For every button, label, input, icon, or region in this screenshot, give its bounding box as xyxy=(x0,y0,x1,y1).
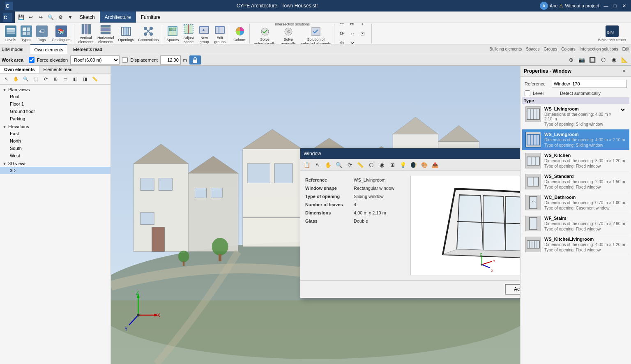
dialog-tool-zoom[interactable]: 🔍 xyxy=(334,160,344,170)
views-3d-header[interactable]: ▼ 3D views xyxy=(0,160,111,167)
type-item-5[interactable]: WF_Stairs Dimensions of the opening: 0.7… xyxy=(522,213,629,234)
dialog-tool-view2[interactable]: ◉ xyxy=(377,160,387,170)
dialog-tool-select[interactable]: ↖ xyxy=(313,160,322,170)
elevations-header[interactable]: ▼ Elevations xyxy=(0,123,111,130)
minimize-button[interactable]: — xyxy=(602,2,610,9)
new-group-button[interactable]: + Newgroup xyxy=(197,25,212,43)
force-elevation-checkbox[interactable] xyxy=(29,57,35,63)
zoom-in-button[interactable]: 🔍 xyxy=(46,13,55,22)
tree-item-east[interactable]: East xyxy=(0,130,111,137)
more-button[interactable]: ▼ xyxy=(66,13,75,22)
type-item-0[interactable]: WS_Livingroom Dimensions of the opening:… xyxy=(522,104,629,129)
window-controls[interactable]: — □ ✕ xyxy=(602,2,628,9)
vertical-elements-button[interactable]: Verticalelements xyxy=(77,25,95,43)
levels-button[interactable]: Levels xyxy=(3,25,18,43)
dialog-tool-edit[interactable]: 📋 xyxy=(302,160,312,170)
quick-actions[interactable]: 💾 ↩ ↪ 🔍 ⚙ ▼ xyxy=(16,13,75,22)
sidebar-tool-ortho[interactable]: ◨ xyxy=(81,74,90,83)
edit-tool-4[interactable]: ⟳ xyxy=(337,29,347,39)
edit-tool-7[interactable]: 🗑 xyxy=(337,39,347,45)
solve-manually-button[interactable]: ⚙ Solvemanually xyxy=(278,27,299,45)
maximize-button[interactable]: □ xyxy=(611,2,619,9)
dialog-tool-orbit[interactable]: ⟳ xyxy=(345,160,355,170)
bim-tab-read[interactable]: Elements read xyxy=(69,44,106,54)
sidebar-tool-zoom[interactable]: 🔍 xyxy=(21,74,30,83)
sidebar-tool-zoom-region[interactable]: ⬚ xyxy=(31,74,40,83)
edit-tool-8[interactable]: ✕ xyxy=(347,39,357,45)
tags-button[interactable]: 🏷 Tags xyxy=(35,25,49,43)
openings-button[interactable]: Openings xyxy=(117,25,136,43)
view-tool-6[interactable]: 📐 xyxy=(619,55,629,65)
tree-item-north[interactable]: North xyxy=(0,137,111,145)
type-item-1[interactable]: WS_Livingroom Dimensions of the opening:… xyxy=(522,129,629,150)
sidebar-tool-fit[interactable]: ⊞ xyxy=(51,74,60,83)
edit-tool-3[interactable]: ↕ xyxy=(357,23,367,28)
bimserver-button[interactable]: BIM BIMserver.center xyxy=(596,25,628,43)
edit-groups-button[interactable]: Editgroups xyxy=(212,25,227,43)
edit-tool-2[interactable]: ⊞ xyxy=(347,23,357,28)
type-item-4[interactable]: WC_Bathroom Dimensions of the opening: 0… xyxy=(522,192,629,213)
edit-tool-5[interactable]: ↔ xyxy=(347,29,357,39)
spaces-button[interactable]: Spaces xyxy=(165,25,180,43)
dialog-tool-measure[interactable]: 📏 xyxy=(355,160,365,170)
sidebar-tool-move[interactable]: ✋ xyxy=(12,74,21,83)
dialog-tool-shadow[interactable]: 🌒 xyxy=(409,160,419,170)
view-tool-2[interactable]: 📷 xyxy=(577,55,587,65)
type-item-3[interactable]: WS_Standard Dimensions of the opening: 2… xyxy=(522,171,629,192)
solve-automatically-button[interactable]: Solveautomatically xyxy=(252,27,277,45)
prop-level-checkbox[interactable] xyxy=(525,90,530,96)
tree-item-3d[interactable]: 3D xyxy=(0,167,111,174)
colours-button[interactable]: Colours xyxy=(232,25,248,43)
lock-button[interactable] xyxy=(189,55,201,65)
dialog-tool-export[interactable]: 📤 xyxy=(430,160,440,170)
dialog-tool-pan[interactable]: ✋ xyxy=(323,160,333,170)
close-button[interactable]: ✕ xyxy=(620,2,628,9)
edit-tool-1[interactable]: ✏ xyxy=(337,23,347,28)
dialog-tool-view1[interactable]: ⬡ xyxy=(366,160,376,170)
menu-sketch[interactable]: Sketch xyxy=(75,12,100,23)
tree-item-roof[interactable]: Roof xyxy=(0,93,111,100)
view-tool-5[interactable]: ◉ xyxy=(609,55,619,65)
sidebar-tool-rotate[interactable]: ⟳ xyxy=(41,74,50,83)
solution-selected-button[interactable]: Solution ofselected elements xyxy=(299,27,333,45)
bim-tab-own[interactable]: Own elements xyxy=(30,44,67,54)
displacement-checkbox[interactable] xyxy=(122,57,128,63)
view-tool-1[interactable]: ⊕ xyxy=(566,55,576,65)
tree-item-floor1[interactable]: Floor 1 xyxy=(0,100,111,108)
view-tool-4[interactable]: ⬡ xyxy=(598,55,608,65)
viewport[interactable]: Z X Y Window □ ✕ 📋 ↖ xyxy=(111,66,520,364)
adjust-space-button[interactable]: Adjustspace xyxy=(181,25,196,43)
dialog-tool-render[interactable]: 🎨 xyxy=(419,160,429,170)
plan-views-header[interactable]: ▼ Plan views xyxy=(0,86,111,93)
save-button[interactable]: 💾 xyxy=(16,13,25,22)
undo-button[interactable]: ↩ xyxy=(26,13,35,22)
type-item-2[interactable]: WS_Kitchen Dimensions of the opening: 3.… xyxy=(522,150,629,171)
menu-furniture[interactable]: Furniture xyxy=(136,12,166,23)
elevation-select[interactable]: Roof (6.00 m) Floor 1 Ground floor Parki… xyxy=(70,55,120,65)
horizontal-elements-button[interactable]: Horizontalelements xyxy=(96,25,116,43)
tree-item-ground[interactable]: Ground floor xyxy=(0,108,111,115)
tree-item-west[interactable]: West xyxy=(0,152,111,159)
right-panel-close-button[interactable]: ✕ xyxy=(620,67,628,75)
dialog-tool-light[interactable]: 💡 xyxy=(398,160,408,170)
tree-item-parking[interactable]: Parking xyxy=(0,115,111,122)
type-item-6[interactable]: WS_Kitche/Livingroom Dimensions of the o… xyxy=(522,234,629,255)
prop-reference-input[interactable] xyxy=(552,80,627,88)
sidebar-tool-measure[interactable]: 📏 xyxy=(90,74,99,83)
redo-button[interactable]: ↪ xyxy=(36,13,45,22)
edit-tool-6[interactable]: ⊡ xyxy=(357,29,367,39)
types-button[interactable]: Types xyxy=(19,25,34,43)
type-dropdown-0[interactable]: ▼ xyxy=(619,106,626,113)
sidebar-tab-read[interactable]: Elements read xyxy=(39,66,77,73)
sidebar-tool-front[interactable]: ▭ xyxy=(61,74,70,83)
view-tool-3[interactable]: 🔲 xyxy=(587,55,597,65)
sidebar-tool-select[interactable]: ↖ xyxy=(2,74,11,83)
catalogues-button[interactable]: 📚 Catalogues xyxy=(50,25,72,43)
displacement-input[interactable] xyxy=(160,55,181,65)
settings-button[interactable]: ⚙ xyxy=(56,13,65,22)
tree-item-south[interactable]: South xyxy=(0,145,111,152)
connections-button[interactable]: Connections xyxy=(136,25,160,43)
dialog-tool-view3[interactable]: ⊞ xyxy=(387,160,397,170)
menu-architecture[interactable]: Architecture xyxy=(100,12,136,23)
sidebar-tool-perspective[interactable]: ◧ xyxy=(71,74,80,83)
